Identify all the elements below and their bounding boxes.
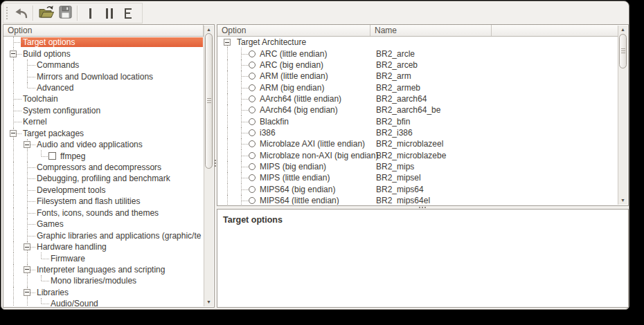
tree-row[interactable]: Interpreter languages and scripting	[7, 264, 203, 275]
tree-row[interactable]: AArch64 (little endian)BR2_aarch64	[221, 93, 617, 104]
app-window: Option Target optionsBuild optionsComman…	[1, 1, 629, 310]
tree-row[interactable]: Graphic libraries and applications (grap…	[7, 230, 203, 241]
tree-row[interactable]: Development tools	[7, 185, 203, 196]
tree-row[interactable]: ARM (big endian)BR2_armeb	[221, 82, 617, 93]
row-label: ARM (big endian)	[258, 83, 617, 93]
radio-icon[interactable]	[249, 129, 256, 136]
tree-row[interactable]: Target options	[7, 37, 203, 48]
expander[interactable]	[21, 264, 35, 275]
collapse-minus-icon[interactable]	[24, 289, 30, 296]
tree-guide	[235, 183, 249, 194]
tree-row[interactable]: Filesystem and flash utilities	[7, 196, 203, 207]
left-scrollbar[interactable]: ▲ ▼	[204, 26, 213, 306]
tree-row[interactable]: Target packages	[7, 128, 203, 139]
tree-guide	[21, 173, 35, 184]
scrollbar-thumb[interactable]	[619, 34, 627, 68]
radio-icon[interactable]	[249, 106, 256, 113]
tree-row[interactable]: i386BR2_i386	[221, 127, 617, 138]
toolbar-drag-handle[interactable]	[6, 7, 8, 19]
tree-guide	[221, 93, 235, 104]
tree-row[interactable]: ARC (little endian)BR2_arcle	[221, 48, 617, 59]
tree-row[interactable]: Audio/Sound	[7, 298, 203, 306]
collapse-minus-icon[interactable]	[24, 141, 30, 148]
expander[interactable]	[21, 241, 35, 252]
checkbox-icon[interactable]	[48, 152, 56, 160]
tree-row[interactable]: System configuration	[7, 105, 203, 116]
scroll-down-icon[interactable]: ▼	[618, 197, 627, 204]
expander[interactable]	[221, 37, 235, 48]
save-button[interactable]	[55, 4, 75, 22]
tree-row[interactable]: Compressors and decompressors	[7, 162, 203, 173]
row-label: Interpreter languages and scripting	[35, 265, 203, 275]
radio-icon[interactable]	[249, 163, 256, 170]
collapse-minus-icon[interactable]	[10, 50, 17, 57]
tree-row[interactable]: Target Architecture	[221, 37, 617, 48]
row-label: Target options	[21, 37, 203, 47]
radio-icon[interactable]	[249, 140, 256, 147]
tree-row[interactable]: Microblaze AXI (little endian)BR2_microb…	[221, 138, 617, 149]
tree-row[interactable]: Build options	[7, 48, 203, 59]
expander[interactable]	[21, 139, 35, 150]
collapse-minus-icon[interactable]	[24, 266, 30, 273]
column-header-option[interactable]: Option	[3, 25, 204, 36]
column-header-option[interactable]: Option	[217, 25, 370, 36]
radio-icon[interactable]	[249, 118, 256, 125]
tree-row[interactable]: BlackfinBR2_bfin	[221, 115, 617, 127]
tree-row[interactable]: AArch64 (big endian)BR2_aarch64_be	[221, 104, 617, 115]
left-tree-header: Option	[3, 25, 204, 37]
radio-icon[interactable]	[249, 197, 256, 204]
expander[interactable]	[7, 48, 21, 59]
scroll-down-icon[interactable]: ▼	[204, 299, 213, 306]
tree-guide	[221, 195, 235, 205]
scrollbar-thumb[interactable]	[205, 33, 213, 169]
tree-row[interactable]: MIPS (big endian)BR2_mips	[221, 161, 617, 172]
expander[interactable]	[21, 287, 35, 298]
right-scrollbar[interactable]: ▲ ▼	[618, 26, 627, 205]
radio-icon[interactable]	[249, 73, 256, 80]
tree-row[interactable]: Audio and video applications	[7, 139, 203, 150]
tree-row[interactable]: Hardware handling	[7, 241, 203, 252]
tree-row[interactable]: MIPS (little endian)BR2_mipsel	[221, 172, 617, 183]
save-icon	[58, 5, 73, 21]
open-button[interactable]	[36, 4, 55, 22]
split-view-button[interactable]	[100, 4, 119, 22]
tree-row[interactable]: ARM (little endian)BR2_arm	[221, 71, 617, 82]
tree-row[interactable]: Microblaze non-AXI (big endian)BR2_micro…	[221, 149, 617, 160]
radio-icon[interactable]	[249, 62, 256, 68]
undo-button[interactable]	[11, 4, 30, 22]
tree-row[interactable]: MIPS64 (little endian)BR2_mips64el	[221, 195, 617, 205]
tree-row[interactable]: Fonts, icons, sounds and themes	[7, 207, 203, 219]
tree-row[interactable]: Advanced	[7, 82, 203, 93]
radio-icon[interactable]	[249, 84, 256, 91]
tree-row[interactable]: Games	[7, 219, 203, 230]
single-view-button[interactable]	[80, 4, 100, 22]
scroll-up-icon[interactable]: ▲	[618, 26, 627, 33]
tree-row[interactable]: ffmpeg	[7, 150, 203, 161]
radio-icon[interactable]	[249, 186, 256, 193]
tree-row[interactable]: ARC (big endian)BR2_arceb	[221, 59, 617, 71]
tree-row[interactable]: Mono libraries/modules	[7, 275, 203, 286]
column-header-name[interactable]: Name	[370, 25, 492, 36]
tree-guide	[35, 252, 48, 263]
tree-row[interactable]: Toolchain	[7, 93, 203, 104]
collapse-minus-icon[interactable]	[24, 243, 30, 250]
tree-row[interactable]: Debugging, profiling and benchmark	[7, 173, 203, 184]
radio-icon[interactable]	[249, 174, 256, 181]
radio-icon[interactable]	[249, 50, 256, 57]
radio-icon[interactable]	[249, 152, 256, 159]
scroll-up-icon[interactable]: ▲	[204, 26, 213, 33]
tree-guide	[221, 161, 235, 172]
radio-icon[interactable]	[249, 95, 256, 102]
tree-row[interactable]: Kernel	[7, 116, 203, 127]
collapse-minus-icon[interactable]	[10, 130, 17, 137]
tree-guide	[21, 82, 35, 93]
tree-row[interactable]: Firmware	[7, 252, 203, 263]
tree-row[interactable]: MIPS64 (big endian)BR2_mips64	[221, 183, 617, 194]
tree-row[interactable]: Libraries	[7, 287, 203, 298]
collapse-minus-icon[interactable]	[224, 39, 231, 46]
tree-row[interactable]: Commands	[7, 59, 203, 71]
tree-guide	[235, 71, 249, 82]
full-view-button[interactable]	[119, 4, 138, 22]
expander[interactable]	[7, 128, 21, 139]
tree-row[interactable]: Mirrors and Download locations	[7, 71, 203, 82]
